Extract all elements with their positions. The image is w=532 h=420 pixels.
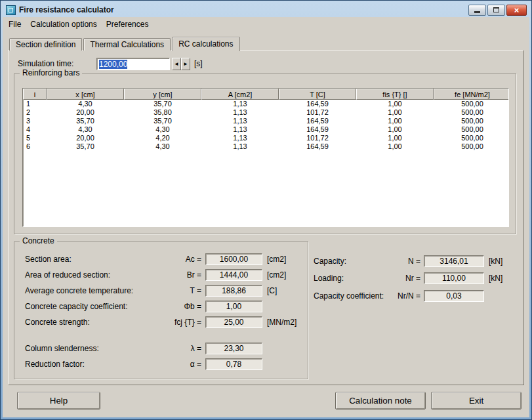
spin-left-icon: ◄ xyxy=(174,61,179,67)
selected-text: 1200,00 xyxy=(99,60,127,69)
table-row[interactable]: 6 35,70 4,30 1,13 164,59 1,00 500,00 xyxy=(23,142,508,151)
simulation-time-unit: [s] xyxy=(194,59,203,68)
cell-x: 4,30 xyxy=(47,125,124,134)
calculation-note-button[interactable]: Calculation note xyxy=(335,392,426,410)
field-symbol: Nr = xyxy=(379,274,420,283)
column-header-fis[interactable]: fis {T} [] xyxy=(356,89,434,100)
cell-t: 164,59 xyxy=(279,142,356,151)
menu-bar: File Calculation options Preferences xyxy=(3,17,529,31)
capacity-field: Capacity: N = 3146,01 [kN] xyxy=(314,255,518,267)
column-header-fe[interactable]: fe [MN/m2] xyxy=(434,89,509,100)
cell-fis: 1,00 xyxy=(356,108,434,117)
cell-t: 101,72 xyxy=(279,134,356,142)
column-header-x[interactable]: x [cm] xyxy=(47,89,124,100)
column-header-i[interactable]: i xyxy=(23,89,47,100)
field-symbol: λ = xyxy=(126,344,201,353)
reinforcing-bars-title: Reinforcing bars xyxy=(20,68,82,77)
title-bar[interactable]: Fire resistance calculator × xyxy=(3,1,529,17)
field-symbol: Φb = xyxy=(126,302,201,311)
field-symbol: fcj {T} = xyxy=(126,318,201,327)
concrete-field-avg-temperature: Average concrete temperature: T = 188,86… xyxy=(14,285,308,297)
close-button[interactable]: × xyxy=(506,5,527,16)
tab-page-rc-calculations: Simulation time: 1200,00 ◄ ► [s] Reinfor… xyxy=(8,50,524,385)
menu-preferences[interactable]: Preferences xyxy=(102,18,153,31)
spin-right-button[interactable]: ► xyxy=(181,58,190,70)
concrete-field-reduction-factor: Reduction factor: α = 0,78 xyxy=(14,358,308,370)
cell-x: 35,70 xyxy=(47,117,124,125)
cell-a: 1,13 xyxy=(201,108,279,117)
minimize-icon xyxy=(474,11,480,13)
concrete-title: Concrete xyxy=(20,236,57,245)
field-symbol: N = xyxy=(379,257,420,266)
table-row[interactable]: 4 4,30 4,30 1,13 164,59 1,00 500,00 xyxy=(23,125,508,134)
menu-file[interactable]: File xyxy=(4,18,26,31)
minimize-button[interactable] xyxy=(468,5,486,16)
field-label: Reduction factor: xyxy=(25,360,85,369)
cell-fe: 500,00 xyxy=(434,125,509,134)
field-symbol: α = xyxy=(126,360,201,369)
tab-thermal-calculations[interactable]: Thermal Calculations xyxy=(83,38,171,51)
field-label: Concrete strength: xyxy=(25,318,90,327)
column-header-a[interactable]: A [cm2] xyxy=(201,89,279,100)
field-symbol: Ac = xyxy=(126,255,201,264)
cell-fis: 1,00 xyxy=(356,125,434,134)
field-label: Concrete capacity coefficient: xyxy=(25,302,128,311)
concrete-field-reduced-section: Area of reduced section: Br = 1444,00 [c… xyxy=(14,269,308,281)
cell-i: 2 xyxy=(23,108,47,117)
cell-fis: 1,00 xyxy=(356,117,434,125)
tab-strip: Section definition Thermal Calculations … xyxy=(9,36,241,51)
tab-rc-calculations[interactable]: RC calculations xyxy=(172,37,239,51)
field-value: 0,78 xyxy=(205,358,262,370)
table-row[interactable]: 3 35,70 35,70 1,13 164,59 1,00 500,00 xyxy=(23,117,508,125)
cell-y: 35,70 xyxy=(124,100,201,108)
cell-x: 35,70 xyxy=(47,142,124,151)
field-unit: [MN/m2] xyxy=(267,318,297,327)
spin-right-icon: ► xyxy=(183,61,188,67)
simulation-time-input[interactable]: 1200,00 xyxy=(96,58,170,70)
cell-a: 1,13 xyxy=(201,100,279,108)
field-unit: [cm2] xyxy=(267,270,286,280)
client-area: File Calculation options Preferences Sec… xyxy=(3,17,529,417)
concrete-field-capacity-coefficient: Concrete capacity coefficient: Φb = 1,00 xyxy=(14,301,308,312)
cell-fe: 500,00 xyxy=(434,117,509,125)
cell-y: 4,30 xyxy=(124,125,201,134)
menu-calculation-options[interactable]: Calculation options xyxy=(26,18,101,31)
exit-button[interactable]: Exit xyxy=(431,392,522,410)
help-button[interactable]: Help xyxy=(17,392,100,410)
cell-y: 4,20 xyxy=(124,134,201,142)
field-label: Average concrete temperature: xyxy=(25,286,133,295)
table-row[interactable]: 1 4,30 35,70 1,13 164,59 1,00 500,00 xyxy=(23,100,508,108)
cell-a: 1,13 xyxy=(201,125,279,134)
cell-t: 101,72 xyxy=(279,108,356,117)
tab-section-definition[interactable]: Section definition xyxy=(9,38,82,51)
field-label: Loading: xyxy=(314,274,344,283)
cell-fe: 500,00 xyxy=(434,108,509,117)
cell-t: 164,59 xyxy=(279,125,356,134)
spin-left-button[interactable]: ◄ xyxy=(172,58,181,70)
maximize-button[interactable] xyxy=(487,5,505,16)
field-label: Section area: xyxy=(25,255,72,264)
simulation-time-stepper: ◄ ► xyxy=(172,58,190,70)
column-header-y[interactable]: y [cm] xyxy=(124,89,201,100)
field-label: Capacity: xyxy=(314,257,346,266)
field-unit: [kN] xyxy=(489,257,502,266)
field-symbol: T = xyxy=(126,286,201,295)
cell-t: 164,59 xyxy=(279,100,356,108)
field-value: 188,86 xyxy=(205,285,262,297)
column-header-t[interactable]: T [C] xyxy=(279,89,356,100)
cell-y: 35,80 xyxy=(124,108,201,117)
cell-y: 35,70 xyxy=(124,117,201,125)
cell-y: 4,30 xyxy=(124,142,201,151)
cell-x: 20,00 xyxy=(47,134,124,142)
concrete-field-slenderness: Column slenderness: λ = 23,30 xyxy=(14,343,308,354)
field-label: Area of reduced section: xyxy=(25,270,110,280)
cell-x: 20,00 xyxy=(47,108,124,117)
cell-i: 6 xyxy=(23,142,47,151)
table-row[interactable]: 5 20,00 4,20 1,13 101,72 1,00 500,00 xyxy=(23,134,508,142)
caption-buttons: × xyxy=(468,5,527,16)
table-row[interactable]: 2 20,00 35,80 1,13 101,72 1,00 500,00 xyxy=(23,108,508,117)
cell-a: 1,13 xyxy=(201,134,279,142)
app-window: Fire resistance calculator × File Calcul… xyxy=(0,0,532,420)
reinforcing-bars-group: Reinforcing bars i x [cm] y [cm] A [cm2]… xyxy=(14,73,516,234)
reinforcing-bars-table: i x [cm] y [cm] A [cm2] T [C] fis {T} []… xyxy=(22,88,509,227)
